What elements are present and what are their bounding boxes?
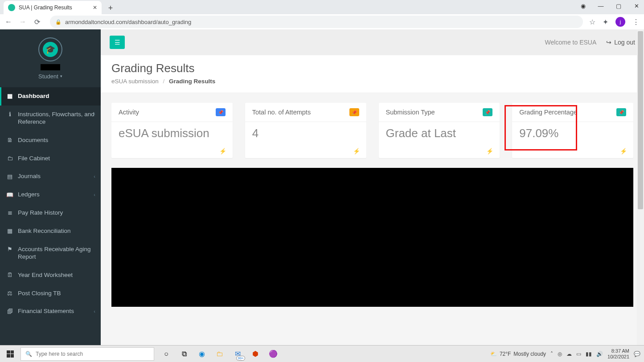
sidebar-item-bank-reconciliation[interactable]: ▦Bank Reconciliation — [0, 222, 101, 240]
role-dropdown[interactable]: Student ▾ — [38, 73, 62, 80]
menu-item-icon: ▦ — [6, 228, 13, 235]
menu-item-label: Pay Rate History — [18, 209, 63, 217]
pin-icon[interactable]: 📌 — [483, 108, 492, 116]
clock[interactable]: 8:37 AM 10/2/2021 — [607, 348, 629, 359]
location-icon[interactable]: ◎ — [558, 351, 562, 357]
close-tab-icon[interactable]: ✕ — [93, 4, 97, 11]
menu-item-icon: 🗀 — [6, 155, 13, 162]
file-explorer-icon[interactable]: 🗀 — [214, 348, 226, 360]
sidebar-item-file-cabinet[interactable]: 🗀File Cabinet — [0, 150, 101, 168]
address-bar[interactable]: 🔒 armonddaltoncloud.com/dashboard/auto_g… — [50, 16, 583, 28]
bolt-icon: ⚡ — [219, 148, 226, 155]
weather-icon: ⛅ — [490, 351, 497, 357]
meet-now-icon[interactable]: ▭ — [576, 351, 581, 357]
menu-item-icon: 🗐 — [6, 308, 13, 315]
menu-item-label: Accounts Receivable Aging Report — [18, 246, 94, 261]
forward-button[interactable]: → — [19, 18, 27, 26]
search-placeholder: Type here to search — [36, 351, 83, 357]
menu-item-icon: ▤ — [6, 173, 13, 180]
menu-item-icon: ≣ — [6, 209, 13, 216]
sidebar-item-journals[interactable]: ▤Journals‹ — [0, 167, 101, 186]
bolt-icon: ⚡ — [353, 148, 360, 155]
mail-icon[interactable]: ✉99+ — [232, 348, 243, 360]
menu-item-label: File Cabinet — [18, 155, 50, 163]
browser-chrome: SUA | Grading Results ✕ + ◉ — ▢ ✕ ← → ⟳ … — [0, 0, 644, 29]
pin-icon[interactable]: 📌 — [616, 108, 626, 116]
sidebar-item-ledgers[interactable]: 📖Ledgers‹ — [0, 186, 101, 204]
clock-date: 10/2/2021 — [607, 354, 629, 359]
office-icon[interactable]: ⬢ — [250, 348, 261, 360]
graduate-icon: 🎓 — [43, 42, 58, 57]
tray-chevron-icon[interactable]: ˄ — [550, 351, 553, 357]
sidebar-item-financial-statements[interactable]: 🗐Financial Statements‹ — [0, 302, 101, 321]
crumb-separator: / — [163, 78, 165, 85]
menu-item-icon: ⚖ — [6, 290, 13, 297]
logout-link[interactable]: ↪ Log out — [606, 39, 635, 46]
hamburger-button[interactable]: ☰ — [110, 36, 125, 49]
menu-item-label: Year End Worksheet — [18, 272, 73, 279]
url-text: armonddaltoncloud.com/dashboard/auto_gra… — [65, 19, 191, 25]
sidebar-item-year-end-worksheet[interactable]: 🗓Year End Worksheet — [0, 266, 101, 285]
new-tab-button[interactable]: + — [104, 2, 117, 14]
brand-avatar: 🎓 — [38, 37, 62, 61]
sidebar-item-dashboard[interactable]: ▦Dashboard — [0, 87, 101, 106]
sidebar-item-pay-rate-history[interactable]: ≣Pay Rate History — [0, 204, 101, 222]
minimize-button[interactable]: — — [597, 3, 605, 9]
menu-item-label: Post Closing TB — [18, 290, 61, 297]
mail-badge: 99+ — [236, 356, 245, 361]
extensions-icon[interactable]: ✦ — [603, 18, 608, 26]
vertical-scrollbar[interactable] — [637, 29, 644, 345]
chevron-left-icon: ‹ — [94, 192, 95, 198]
scrollbar-thumb[interactable] — [638, 31, 643, 209]
maximize-button[interactable]: ▢ — [615, 3, 623, 9]
reload-button[interactable]: ⟳ — [33, 18, 41, 26]
sidebar-item-documents[interactable]: 🗎Documents — [0, 131, 101, 150]
card-percentage-value: 97.09% — [519, 126, 626, 140]
menu-item-icon: ▦ — [6, 93, 13, 100]
taskbar-search[interactable]: 🔍 Type here to search — [21, 347, 154, 361]
page-title: Grading Results — [111, 61, 633, 75]
start-button[interactable] — [0, 346, 21, 362]
back-button[interactable]: ← — [4, 18, 12, 26]
content-column: ☰ Welcome to ESUA ↪ Log out Grading Resu… — [101, 29, 644, 345]
logout-label: Log out — [614, 39, 635, 46]
card-activity-value: eSUA submission — [119, 126, 226, 140]
sidebar-item-post-closing-tb[interactable]: ⚖Post Closing TB — [0, 285, 101, 303]
volume-icon[interactable]: 🔊 — [596, 351, 603, 357]
window-controls: ◉ — ▢ ✕ — [579, 3, 640, 9]
menu-item-label: Bank Reconciliation — [18, 228, 71, 235]
profile-dot-icon[interactable]: ◉ — [579, 3, 587, 9]
menu-item-label: Journals — [18, 173, 41, 180]
toolbar: ← → ⟳ 🔒 armonddaltoncloud.com/dashboard/… — [0, 14, 644, 29]
menu-item-label: Ledgers — [18, 191, 40, 199]
task-view-icon[interactable]: ⧉ — [178, 348, 190, 360]
crumb-parent[interactable]: eSUA submission — [111, 78, 159, 85]
kebab-menu-icon[interactable]: ⋮ — [632, 18, 640, 26]
pin-icon[interactable]: 📌 — [349, 108, 359, 116]
browser-tab[interactable]: SUA | Grading Results ✕ — [4, 1, 102, 14]
edge-icon[interactable]: ◉ — [196, 348, 208, 360]
cortana-icon[interactable]: ○ — [160, 348, 172, 360]
close-window-button[interactable]: ✕ — [632, 3, 640, 9]
menu-item-icon: 📖 — [6, 191, 13, 199]
card-attempts: Total no. of Attempts 📌 4 ⚡ — [245, 103, 366, 158]
card-activity-label: Activity — [119, 109, 139, 116]
chrome-icon[interactable]: 🟣 — [267, 348, 279, 360]
action-center-icon[interactable]: 💬 — [634, 351, 640, 357]
battery-icon[interactable]: ▮▮ — [586, 351, 592, 357]
profile-avatar[interactable]: j — [615, 17, 625, 27]
menu-item-icon: ⚑ — [6, 246, 13, 253]
sidebar-item-accounts-receivable-aging-report[interactable]: ⚑Accounts Receivable Aging Report — [0, 240, 101, 266]
onedrive-icon[interactable]: ☁ — [566, 351, 572, 357]
weather-widget[interactable]: ⛅ 72°F Mostly cloudy — [490, 351, 546, 357]
bolt-icon: ⚡ — [486, 148, 493, 155]
sidebar-item-instructions-flowcharts-and-reference[interactable]: ℹInstructions, Flowcharts, and Reference… — [0, 106, 101, 131]
card-activity: Activity 📌 eSUA submission ⚡ — [111, 103, 233, 158]
favicon-icon — [8, 4, 15, 11]
bookmark-icon[interactable]: ☆ — [589, 18, 595, 26]
pinned-apps: ○ ⧉ ◉ 🗀 ✉99+ ⬢ 🟣 — [160, 348, 279, 360]
app-viewport: 🎓 Student ▾ ▦DashboardℹInstructions, Flo… — [0, 29, 644, 345]
sidebar: 🎓 Student ▾ ▦DashboardℹInstructions, Flo… — [0, 29, 101, 345]
metric-cards: Activity 📌 eSUA submission ⚡ Total no. o… — [111, 103, 633, 158]
pin-icon[interactable]: 📌 — [216, 108, 226, 116]
